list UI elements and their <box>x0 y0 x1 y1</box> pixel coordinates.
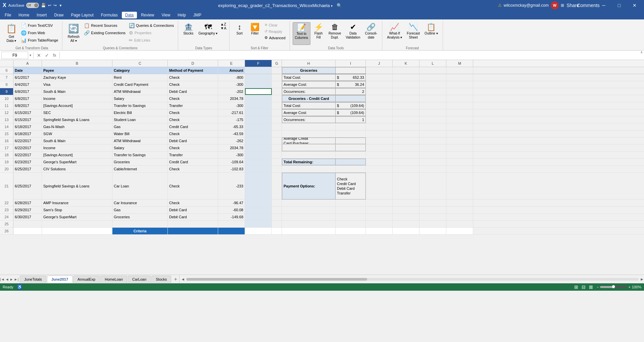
formula-input[interactable] <box>62 52 643 59</box>
zoom-slider[interactable] <box>600 286 627 288</box>
cell-a9[interactable]: 6/8/2017 <box>13 88 42 95</box>
normal-view-button[interactable]: ⊞ <box>573 284 579 290</box>
cell-b24[interactable]: George's SuperMart <box>42 214 112 220</box>
cell-b10[interactable]: Income <box>42 95 112 102</box>
cell-f25[interactable] <box>245 221 272 227</box>
cell-i22[interactable] <box>336 199 366 206</box>
cell-l12[interactable] <box>419 109 446 116</box>
cell-g25[interactable] <box>272 221 282 227</box>
cell-f10[interactable] <box>245 95 272 102</box>
cell-d20[interactable]: Check <box>168 166 218 172</box>
cell-b14[interactable]: Gas-N-Wash <box>42 123 112 130</box>
row-num-11[interactable]: 11 <box>0 102 13 109</box>
cell-l25[interactable] <box>419 221 446 227</box>
cell-a19[interactable]: 6/23/2017 <box>13 159 42 165</box>
dropdown-arrow-filename[interactable]: ▾ <box>331 4 333 8</box>
cell-j19[interactable] <box>366 159 393 165</box>
cell-k7[interactable] <box>393 74 419 81</box>
cell-e17[interactable]: 2034.78 <box>218 145 245 151</box>
row-num-19[interactable]: 19 <box>0 159 13 165</box>
row-num-18[interactable]: 18 <box>0 152 13 158</box>
cell-c13[interactable]: Student Loan <box>112 116 168 123</box>
cell-h7[interactable]: Total Cost: <box>282 74 336 81</box>
cell-m11[interactable] <box>446 102 473 109</box>
scroll-left[interactable]: ◄ <box>5 277 9 281</box>
cell-l19[interactable] <box>419 159 446 165</box>
cell-l14[interactable] <box>419 123 446 130</box>
row-num-12[interactable]: 12 <box>0 109 13 116</box>
cell-b12[interactable]: SEC <box>42 109 112 116</box>
cell-f24[interactable] <box>245 214 272 220</box>
autosave-toggle[interactable]: Off <box>26 3 39 8</box>
cell-d23[interactable]: Debit Card <box>168 207 218 213</box>
cell-l7[interactable] <box>419 74 446 81</box>
cell-i13[interactable]: 1 <box>336 116 366 123</box>
cell-c6[interactable]: Category <box>112 67 168 74</box>
menu-review[interactable]: Review <box>138 12 157 18</box>
cell-c17[interactable]: Salary <box>112 145 168 151</box>
cell-c16[interactable]: ATM Withdrawal <box>112 137 168 144</box>
cell-j24[interactable] <box>366 214 393 220</box>
cell-c24[interactable]: Groceries <box>112 214 168 220</box>
cell-l8[interactable] <box>419 81 446 88</box>
cell-i21[interactable]: Check Credit Card Debit Card Transfer <box>336 173 366 199</box>
cell-h10[interactable]: Groceries - Credit Card <box>282 95 336 102</box>
cell-j12[interactable] <box>366 109 393 116</box>
cell-l22[interactable] <box>419 199 446 206</box>
cell-b20[interactable]: CIV Solutions <box>42 166 112 172</box>
cell-f9[interactable] <box>245 88 272 95</box>
cell-h15[interactable] <box>282 130 336 137</box>
ribbon-collapse-button[interactable]: ∧ <box>640 50 643 54</box>
redo-icon[interactable]: ↪ <box>53 3 57 8</box>
cell-e7[interactable]: -800 <box>218 74 245 81</box>
refresh-all-button[interactable]: 🔄 RefreshAll ▾ <box>65 22 82 45</box>
text-to-columns-button[interactable]: 📝 Text toColumns <box>293 22 310 45</box>
user-avatar[interactable]: W <box>551 1 559 9</box>
col-header-d[interactable]: D <box>168 60 218 67</box>
cell-l26[interactable] <box>419 228 446 234</box>
cell-i14[interactable] <box>336 123 366 130</box>
col-header-h[interactable]: H <box>282 60 336 67</box>
cell-m7[interactable] <box>446 74 473 81</box>
cell-f21[interactable] <box>245 173 272 199</box>
cell-d10[interactable]: Check <box>168 95 218 102</box>
cell-b7[interactable]: Zachary Kaye <box>42 74 112 81</box>
cell-a16[interactable]: 6/22/2017 <box>13 137 42 144</box>
data-validation-button[interactable]: ✔ DataValidation <box>344 22 362 45</box>
menu-data[interactable]: Data <box>122 12 137 18</box>
cell-l11[interactable] <box>419 102 446 109</box>
cell-c8[interactable]: Credit Card Payment <box>112 81 168 88</box>
row-num-7[interactable]: 7 <box>0 74 13 81</box>
menu-home[interactable]: Home <box>15 12 33 18</box>
cell-b19[interactable]: George's SuperMart <box>42 159 112 165</box>
cell-a7[interactable]: 6/1/2017 <box>13 74 42 81</box>
cell-k23[interactable] <box>393 207 419 213</box>
cell-a21[interactable]: 6/25/2017 <box>13 173 42 199</box>
cell-c20[interactable]: Cable/Internet <box>112 166 168 172</box>
cell-e8[interactable]: -300 <box>218 81 245 88</box>
cell-f11[interactable] <box>245 102 272 109</box>
col-header-m[interactable]: M <box>446 60 473 67</box>
remove-duplicates-button[interactable]: 🗑 RemoveDupl. <box>327 22 343 45</box>
cell-k6[interactable] <box>393 67 419 74</box>
row-num-22[interactable]: 22 <box>0 199 13 206</box>
cell-b18[interactable]: [Savings Account] <box>42 152 112 158</box>
cell-e10[interactable]: 2034.78 <box>218 95 245 102</box>
cell-a17[interactable]: 6/22/2017 <box>13 145 42 151</box>
cell-i26[interactable] <box>336 228 366 234</box>
cell-c23[interactable]: Gas <box>112 207 168 213</box>
row-num-10[interactable]: 10 <box>0 95 13 102</box>
cell-g8[interactable] <box>272 81 282 88</box>
cell-a10[interactable]: 6/8/2017 <box>13 95 42 102</box>
cell-l24[interactable] <box>419 214 446 220</box>
sheet-tab-june2017[interactable]: June2017 <box>47 276 72 283</box>
cell-g18[interactable] <box>272 152 282 158</box>
menu-page-layout[interactable]: Page Layout <box>67 12 97 18</box>
page-layout-view-button[interactable]: ⊟ <box>581 284 587 290</box>
scroll-right[interactable]: ► <box>10 277 13 281</box>
cell-k8[interactable] <box>393 81 419 88</box>
cell-f20[interactable] <box>245 166 272 172</box>
cell-j18[interactable] <box>366 152 393 158</box>
cell-h12[interactable]: Average Cost: <box>282 109 336 116</box>
zoom-out-button[interactable]: − <box>597 285 599 289</box>
